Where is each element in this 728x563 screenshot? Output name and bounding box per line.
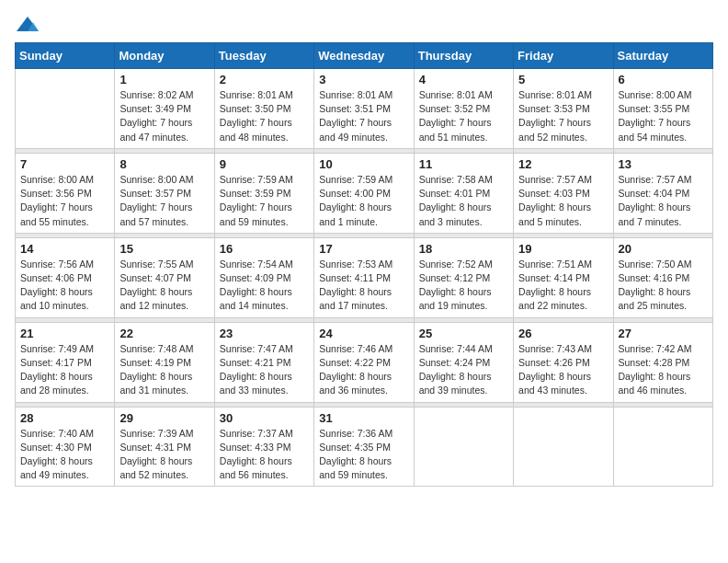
calendar-cell: 22Sunrise: 7:48 AM Sunset: 4:19 PM Dayli… bbox=[115, 322, 214, 402]
days-header-row: SundayMondayTuesdayWednesdayThursdayFrid… bbox=[16, 43, 713, 69]
cell-info: Sunrise: 7:48 AM Sunset: 4:19 PM Dayligh… bbox=[119, 342, 209, 398]
cell-day-number: 13 bbox=[619, 157, 708, 171]
calendar-cell: 27Sunrise: 7:42 AM Sunset: 4:28 PM Dayli… bbox=[613, 322, 712, 402]
calendar-cell: 11Sunrise: 7:58 AM Sunset: 4:01 PM Dayli… bbox=[414, 153, 513, 233]
cell-info: Sunrise: 7:39 AM Sunset: 4:31 PM Dayligh… bbox=[119, 427, 209, 483]
cell-day-number: 7 bbox=[20, 157, 109, 171]
cell-info: Sunrise: 8:00 AM Sunset: 3:57 PM Dayligh… bbox=[119, 173, 209, 229]
cell-info: Sunrise: 8:00 AM Sunset: 3:56 PM Dayligh… bbox=[20, 173, 109, 229]
cell-info: Sunrise: 8:01 AM Sunset: 3:51 PM Dayligh… bbox=[319, 88, 408, 144]
day-header-friday: Friday bbox=[514, 43, 613, 69]
cell-day-number: 30 bbox=[220, 411, 309, 425]
calendar-cell: 20Sunrise: 7:50 AM Sunset: 4:16 PM Dayli… bbox=[613, 237, 712, 317]
cell-day-number: 6 bbox=[619, 73, 708, 86]
week-row-4: 21Sunrise: 7:49 AM Sunset: 4:17 PM Dayli… bbox=[16, 322, 713, 402]
calendar-cell: 3Sunrise: 8:01 AM Sunset: 3:51 PM Daylig… bbox=[314, 69, 414, 149]
calendar-cell: 8Sunrise: 8:00 AM Sunset: 3:57 PM Daylig… bbox=[115, 153, 214, 233]
calendar-cell: 26Sunrise: 7:43 AM Sunset: 4:26 PM Dayli… bbox=[514, 322, 613, 402]
cell-info: Sunrise: 7:59 AM Sunset: 3:59 PM Dayligh… bbox=[220, 173, 309, 229]
cell-info: Sunrise: 7:44 AM Sunset: 4:24 PM Dayligh… bbox=[419, 342, 508, 398]
cell-info: Sunrise: 7:57 AM Sunset: 4:04 PM Dayligh… bbox=[619, 173, 708, 229]
cell-day-number: 29 bbox=[119, 411, 209, 425]
page-header bbox=[15, 15, 713, 35]
cell-info: Sunrise: 8:00 AM Sunset: 3:55 PM Dayligh… bbox=[619, 88, 708, 144]
cell-day-number: 28 bbox=[20, 411, 109, 425]
cell-info: Sunrise: 7:51 AM Sunset: 4:14 PM Dayligh… bbox=[518, 258, 608, 314]
day-header-wednesday: Wednesday bbox=[314, 43, 414, 69]
cell-day-number: 12 bbox=[518, 157, 608, 171]
day-header-monday: Monday bbox=[115, 43, 214, 69]
cell-info: Sunrise: 7:58 AM Sunset: 4:01 PM Dayligh… bbox=[419, 173, 508, 229]
week-row-2: 7Sunrise: 8:00 AM Sunset: 3:56 PM Daylig… bbox=[16, 153, 713, 233]
calendar-cell: 18Sunrise: 7:52 AM Sunset: 4:12 PM Dayli… bbox=[414, 237, 513, 317]
cell-day-number: 17 bbox=[319, 242, 408, 256]
calendar-cell bbox=[16, 69, 115, 149]
cell-day-number: 19 bbox=[518, 242, 608, 256]
week-row-1: 1Sunrise: 8:02 AM Sunset: 3:49 PM Daylig… bbox=[16, 69, 713, 149]
calendar-cell: 13Sunrise: 7:57 AM Sunset: 4:04 PM Dayli… bbox=[613, 153, 712, 233]
calendar-cell: 5Sunrise: 8:01 AM Sunset: 3:53 PM Daylig… bbox=[514, 69, 613, 149]
cell-info: Sunrise: 7:40 AM Sunset: 4:30 PM Dayligh… bbox=[20, 427, 109, 483]
calendar-cell: 17Sunrise: 7:53 AM Sunset: 4:11 PM Dayli… bbox=[314, 237, 414, 317]
cell-day-number: 22 bbox=[119, 327, 209, 340]
cell-info: Sunrise: 7:55 AM Sunset: 4:07 PM Dayligh… bbox=[119, 258, 209, 314]
week-row-5: 28Sunrise: 7:40 AM Sunset: 4:30 PM Dayli… bbox=[16, 407, 713, 487]
cell-info: Sunrise: 7:49 AM Sunset: 4:17 PM Dayligh… bbox=[20, 342, 109, 398]
calendar-cell: 15Sunrise: 7:55 AM Sunset: 4:07 PM Dayli… bbox=[115, 237, 214, 317]
cell-info: Sunrise: 8:01 AM Sunset: 3:50 PM Dayligh… bbox=[220, 88, 309, 144]
cell-day-number: 31 bbox=[319, 411, 408, 425]
calendar-cell: 14Sunrise: 7:56 AM Sunset: 4:06 PM Dayli… bbox=[16, 237, 115, 317]
calendar-cell: 4Sunrise: 8:01 AM Sunset: 3:52 PM Daylig… bbox=[414, 69, 513, 149]
cell-day-number: 14 bbox=[20, 242, 109, 256]
cell-info: Sunrise: 7:37 AM Sunset: 4:33 PM Dayligh… bbox=[220, 427, 309, 483]
cell-day-number: 3 bbox=[319, 73, 408, 86]
cell-info: Sunrise: 7:46 AM Sunset: 4:22 PM Dayligh… bbox=[319, 342, 408, 398]
calendar-cell: 1Sunrise: 8:02 AM Sunset: 3:49 PM Daylig… bbox=[115, 69, 214, 149]
cell-day-number: 26 bbox=[518, 327, 608, 340]
cell-day-number: 2 bbox=[220, 73, 309, 86]
cell-info: Sunrise: 7:43 AM Sunset: 4:26 PM Dayligh… bbox=[518, 342, 608, 398]
cell-day-number: 25 bbox=[419, 327, 508, 340]
calendar-table: SundayMondayTuesdayWednesdayThursdayFrid… bbox=[15, 42, 713, 487]
day-header-tuesday: Tuesday bbox=[214, 43, 313, 69]
cell-day-number: 1 bbox=[119, 73, 209, 86]
cell-info: Sunrise: 7:59 AM Sunset: 4:00 PM Dayligh… bbox=[319, 173, 408, 229]
cell-info: Sunrise: 7:53 AM Sunset: 4:11 PM Dayligh… bbox=[319, 258, 408, 314]
cell-day-number: 16 bbox=[220, 242, 309, 256]
cell-info: Sunrise: 7:56 AM Sunset: 4:06 PM Dayligh… bbox=[20, 258, 109, 314]
cell-info: Sunrise: 8:01 AM Sunset: 3:53 PM Dayligh… bbox=[518, 88, 608, 144]
calendar-cell: 7Sunrise: 8:00 AM Sunset: 3:56 PM Daylig… bbox=[16, 153, 115, 233]
cell-info: Sunrise: 7:47 AM Sunset: 4:21 PM Dayligh… bbox=[220, 342, 309, 398]
day-header-thursday: Thursday bbox=[414, 43, 513, 69]
cell-day-number: 8 bbox=[119, 157, 209, 171]
calendar-cell: 23Sunrise: 7:47 AM Sunset: 4:21 PM Dayli… bbox=[214, 322, 313, 402]
calendar-cell: 2Sunrise: 8:01 AM Sunset: 3:50 PM Daylig… bbox=[214, 69, 313, 149]
cell-info: Sunrise: 7:50 AM Sunset: 4:16 PM Dayligh… bbox=[619, 258, 708, 314]
cell-info: Sunrise: 7:42 AM Sunset: 4:28 PM Dayligh… bbox=[619, 342, 708, 398]
cell-day-number: 11 bbox=[419, 157, 508, 171]
logo-icon bbox=[15, 15, 40, 35]
calendar-cell: 21Sunrise: 7:49 AM Sunset: 4:17 PM Dayli… bbox=[16, 322, 115, 402]
cell-info: Sunrise: 7:36 AM Sunset: 4:35 PM Dayligh… bbox=[319, 427, 408, 483]
cell-day-number: 23 bbox=[220, 327, 309, 340]
cell-info: Sunrise: 7:52 AM Sunset: 4:12 PM Dayligh… bbox=[419, 258, 508, 314]
cell-day-number: 21 bbox=[20, 327, 109, 340]
calendar-cell: 24Sunrise: 7:46 AM Sunset: 4:22 PM Dayli… bbox=[314, 322, 414, 402]
cell-day-number: 9 bbox=[220, 157, 309, 171]
week-row-3: 14Sunrise: 7:56 AM Sunset: 4:06 PM Dayli… bbox=[16, 237, 713, 317]
calendar-cell: 9Sunrise: 7:59 AM Sunset: 3:59 PM Daylig… bbox=[214, 153, 313, 233]
calendar-cell: 12Sunrise: 7:57 AM Sunset: 4:03 PM Dayli… bbox=[514, 153, 613, 233]
calendar-cell bbox=[514, 407, 613, 487]
cell-info: Sunrise: 8:01 AM Sunset: 3:52 PM Dayligh… bbox=[419, 88, 508, 144]
cell-day-number: 5 bbox=[518, 73, 608, 86]
cell-day-number: 10 bbox=[319, 157, 408, 171]
cell-day-number: 27 bbox=[619, 327, 708, 340]
cell-day-number: 4 bbox=[419, 73, 508, 86]
calendar-cell: 30Sunrise: 7:37 AM Sunset: 4:33 PM Dayli… bbox=[214, 407, 313, 487]
cell-info: Sunrise: 7:57 AM Sunset: 4:03 PM Dayligh… bbox=[518, 173, 608, 229]
calendar-cell: 16Sunrise: 7:54 AM Sunset: 4:09 PM Dayli… bbox=[214, 237, 313, 317]
cell-info: Sunrise: 8:02 AM Sunset: 3:49 PM Dayligh… bbox=[119, 88, 209, 144]
calendar-body: 1Sunrise: 8:02 AM Sunset: 3:49 PM Daylig… bbox=[16, 69, 713, 487]
logo bbox=[15, 15, 44, 35]
day-header-sunday: Sunday bbox=[16, 43, 115, 69]
